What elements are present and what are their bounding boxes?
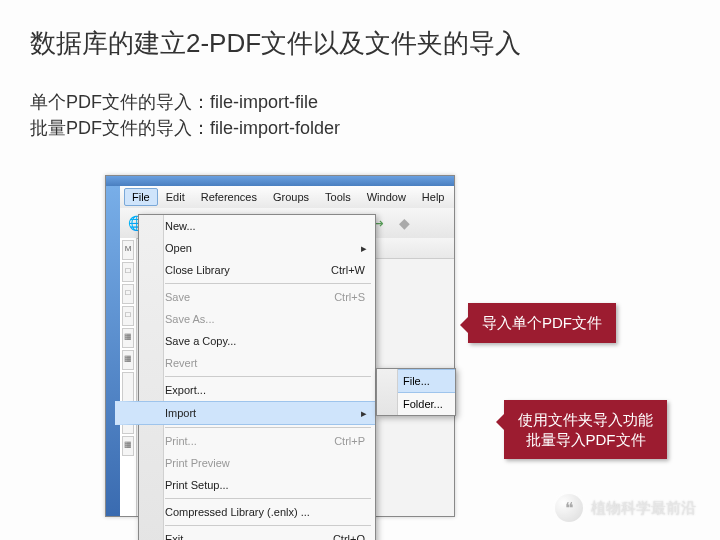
menu-groups[interactable]: Groups	[265, 188, 317, 206]
menu-item-save-as: Save As...	[115, 308, 375, 330]
menu-tools[interactable]: Tools	[317, 188, 359, 206]
menu-item-close-library[interactable]: Close LibraryCtrl+W	[115, 259, 375, 281]
callout-folder-import: 使用文件夹导入功能 批量导入PDF文件	[504, 400, 667, 459]
callout2-line1: 使用文件夹导入功能	[518, 410, 653, 430]
menu-file[interactable]: File	[124, 188, 158, 206]
menu-help[interactable]: Help	[414, 188, 453, 206]
submenu-icon-strip	[377, 369, 398, 415]
menu-item-open[interactable]: Open	[115, 237, 375, 259]
watermark-text: 植物科学最前沿	[591, 499, 696, 518]
menu-references[interactable]: References	[193, 188, 265, 206]
menu-window[interactable]: Window	[359, 188, 414, 206]
subtitle-line-2: 批量PDF文件的导入：file-import-folder	[30, 116, 340, 140]
callout-single-pdf: 导入单个PDF文件	[468, 303, 616, 343]
menu-edit[interactable]: Edit	[158, 188, 193, 206]
menu-item-print-preview: Print Preview	[115, 452, 375, 474]
menu-item-import[interactable]: Import	[115, 401, 375, 425]
menu-item-exit[interactable]: ExitCtrl+Q	[115, 528, 375, 540]
watermark: ❝ 植物科学最前沿	[555, 494, 696, 522]
wechat-icon: ❝	[555, 494, 583, 522]
tag-icon[interactable]: ◆	[394, 213, 414, 233]
import-submenu: File... Folder...	[376, 368, 456, 416]
menu-item-print: Print...Ctrl+P	[115, 430, 375, 452]
menu-item-save: SaveCtrl+S	[115, 286, 375, 308]
menu-item-revert: Revert	[115, 352, 375, 374]
menu-item-compressed[interactable]: Compressed Library (.enlx) ...	[115, 501, 375, 523]
menu-item-new[interactable]: New...	[115, 215, 375, 237]
menu-item-save-copy[interactable]: Save a Copy...	[115, 330, 375, 352]
slide-title: 数据库的建立2-PDF文件以及文件夹的导入	[30, 26, 521, 61]
menu-item-print-setup[interactable]: Print Setup...	[115, 474, 375, 496]
file-menu-dropdown: New... Open Close LibraryCtrl+W SaveCtrl…	[138, 214, 376, 540]
subtitle-line-1: 单个PDF文件的导入：file-import-file	[30, 90, 318, 114]
menu-item-export[interactable]: Export...	[115, 379, 375, 401]
menubar: File Edit References Groups Tools Window…	[120, 186, 454, 209]
callout2-line2: 批量导入PDF文件	[518, 430, 653, 450]
